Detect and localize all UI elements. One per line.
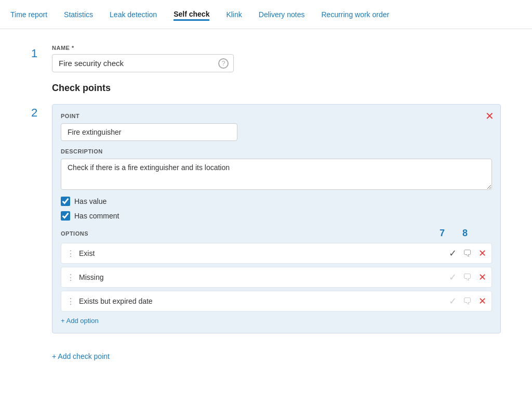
option-input-expired[interactable] [79,297,445,305]
name-field-group: NAME * ? [52,45,234,72]
nav-self-check[interactable]: Self check [174,8,209,21]
option-input-exist[interactable] [79,249,445,257]
add-checkpoint-button[interactable]: + Add check point [52,352,110,360]
add-option-button[interactable]: + Add option [61,317,99,325]
checkpoint-card: ✕ POINT DESCRIPTION Check if there is a … [52,104,501,333]
drag-handle-exist[interactable]: ⋮ [66,249,75,259]
row-number-1: 1 [31,45,52,60]
help-icon[interactable]: ? [218,58,229,69]
option-row-expired: ⋮ ✓ 🗨 ✕ [61,291,492,312]
point-input[interactable] [61,123,237,141]
nav-recurring-work-order[interactable]: Recurring work order [321,8,389,21]
col8-label: 8 [459,228,471,239]
main-navigation: Time report Statistics Leak detection Se… [0,0,532,29]
name-input[interactable] [52,54,234,72]
desc-label: DESCRIPTION [61,148,492,154]
delete-option-exist[interactable]: ✕ [478,248,486,259]
check-icon-missing[interactable]: ✓ [449,272,457,283]
drag-handle-expired[interactable]: ⋮ [66,296,75,306]
has-comment-label: Has comment [74,212,119,220]
has-value-row: Has value [61,197,492,206]
option-row-missing: ⋮ ✓ 🗨 ✕ [61,267,492,288]
delete-option-expired[interactable]: ✕ [478,295,486,307]
col7-label: 7 [436,228,448,239]
main-content: 1 NAME * ? Check points 2 ✕ POINT [0,29,532,400]
comment-icon-missing[interactable]: 🗨 [463,272,472,283]
nav-time-report[interactable]: Time report [10,8,47,21]
option-actions-expired: ✓ 🗨 ✕ [449,295,486,307]
options-header: OPTIONS 7 8 [61,228,492,239]
has-comment-row: Has comment [61,211,492,221]
comment-icon-exist[interactable]: 🗨 [463,248,472,259]
nav-leak-detection[interactable]: Leak detection [110,8,157,21]
has-value-checkbox[interactable] [61,197,70,206]
comment-icon-expired[interactable]: 🗨 [463,296,472,307]
nav-klink[interactable]: Klink [226,8,242,21]
option-actions-missing: ✓ 🗨 ✕ [449,272,486,283]
row-number-2: 2 [31,104,52,120]
close-checkpoint-button[interactable]: ✕ [485,111,494,121]
check-icon-exist[interactable]: ✓ [449,248,457,259]
name-input-wrapper: ? [52,54,234,72]
options-label: OPTIONS [61,230,436,237]
option-actions-exist: ✓ 🗨 ✕ [449,248,486,259]
nav-delivery-notes[interactable]: Delivery notes [259,8,305,21]
drag-handle-missing[interactable]: ⋮ [66,273,75,282]
option-input-missing[interactable] [79,273,445,281]
has-comment-checkbox[interactable] [61,211,70,221]
delete-option-missing[interactable]: ✕ [478,272,486,283]
has-value-label: Has value [74,197,107,205]
name-row: 1 NAME * ? [31,45,501,72]
name-label: NAME * [52,45,234,51]
option-row-exist: ⋮ ✓ 🗨 ✕ [61,243,492,264]
nav-statistics[interactable]: Statistics [64,8,93,21]
point-label: POINT [61,113,492,119]
check-points-title: Check points [52,83,501,94]
check-icon-expired[interactable]: ✓ [449,295,457,307]
desc-textarea[interactable]: Check if there is a fire extinguisher an… [61,159,492,190]
